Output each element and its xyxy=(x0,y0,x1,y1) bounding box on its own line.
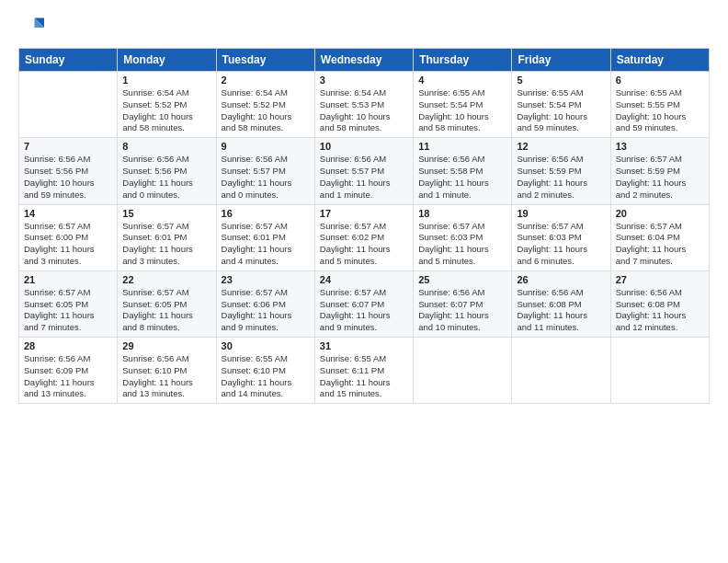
day-number: 17 xyxy=(320,208,408,219)
page: SundayMondayTuesdayWednesdayThursdayFrid… xyxy=(0,0,728,563)
calendar-cell: 15Sunrise: 6:57 AMSunset: 6:01 PMDayligh… xyxy=(118,204,216,270)
calendar-cell: 4Sunrise: 6:55 AMSunset: 5:54 PMDaylight… xyxy=(414,72,512,138)
day-number: 28 xyxy=(24,340,112,351)
calendar-cell: 7Sunrise: 6:56 AMSunset: 5:56 PMDaylight… xyxy=(19,138,118,204)
day-number: 23 xyxy=(222,274,310,285)
calendar-cell: 29Sunrise: 6:56 AMSunset: 6:10 PMDayligh… xyxy=(118,338,216,404)
calendar-header-row: SundayMondayTuesdayWednesdayThursdayFrid… xyxy=(19,49,710,72)
day-info: Sunrise: 6:56 AMSunset: 5:57 PMDaylight:… xyxy=(222,154,310,201)
day-info: Sunrise: 6:54 AMSunset: 5:52 PMDaylight:… xyxy=(222,87,310,134)
weekday-header: Friday xyxy=(512,49,610,72)
calendar-cell xyxy=(414,338,512,404)
day-info: Sunrise: 6:54 AMSunset: 5:52 PMDaylight:… xyxy=(122,87,210,134)
day-info: Sunrise: 6:56 AMSunset: 5:57 PMDaylight:… xyxy=(320,154,408,201)
day-number: 8 xyxy=(122,141,210,152)
calendar-cell: 5Sunrise: 6:55 AMSunset: 5:54 PMDaylight… xyxy=(512,72,610,138)
calendar-cell xyxy=(19,72,118,138)
day-number: 6 xyxy=(616,75,704,86)
day-info: Sunrise: 6:57 AMSunset: 6:04 PMDaylight:… xyxy=(616,221,704,268)
calendar-cell: 12Sunrise: 6:56 AMSunset: 5:59 PMDayligh… xyxy=(512,138,610,204)
weekday-header: Saturday xyxy=(610,49,709,72)
day-info: Sunrise: 6:56 AMSunset: 6:10 PMDaylight:… xyxy=(122,353,210,400)
calendar-cell: 27Sunrise: 6:56 AMSunset: 6:08 PMDayligh… xyxy=(610,270,709,337)
calendar-cell: 2Sunrise: 6:54 AMSunset: 5:52 PMDaylight… xyxy=(216,72,314,138)
day-number: 24 xyxy=(320,274,408,285)
day-number: 29 xyxy=(122,340,210,351)
day-number: 5 xyxy=(517,75,605,86)
calendar-cell: 1Sunrise: 6:54 AMSunset: 5:52 PMDaylight… xyxy=(118,72,216,138)
day-info: Sunrise: 6:55 AMSunset: 5:55 PMDaylight:… xyxy=(616,87,704,134)
day-info: Sunrise: 6:57 AMSunset: 6:02 PMDaylight:… xyxy=(320,221,408,268)
day-info: Sunrise: 6:57 AMSunset: 6:06 PMDaylight:… xyxy=(222,287,310,334)
day-number: 25 xyxy=(418,274,506,285)
day-number: 21 xyxy=(24,274,112,285)
calendar-cell: 14Sunrise: 6:57 AMSunset: 6:00 PMDayligh… xyxy=(19,204,118,270)
day-number: 30 xyxy=(222,340,310,351)
day-number: 18 xyxy=(418,208,506,219)
weekday-header: Monday xyxy=(118,49,216,72)
weekday-header: Wednesday xyxy=(314,49,413,72)
calendar-week-row: 7Sunrise: 6:56 AMSunset: 5:56 PMDaylight… xyxy=(19,138,710,204)
calendar-cell: 30Sunrise: 6:55 AMSunset: 6:10 PMDayligh… xyxy=(216,338,314,404)
day-number: 1 xyxy=(122,75,210,86)
calendar-cell: 17Sunrise: 6:57 AMSunset: 6:02 PMDayligh… xyxy=(314,204,413,270)
day-number: 4 xyxy=(418,75,506,86)
day-number: 20 xyxy=(616,208,704,219)
calendar-cell: 8Sunrise: 6:56 AMSunset: 5:56 PMDaylight… xyxy=(118,138,216,204)
calendar-cell: 20Sunrise: 6:57 AMSunset: 6:04 PMDayligh… xyxy=(610,204,709,270)
calendar-table: SundayMondayTuesdayWednesdayThursdayFrid… xyxy=(18,48,710,404)
day-number: 13 xyxy=(616,141,704,152)
day-info: Sunrise: 6:54 AMSunset: 5:53 PMDaylight:… xyxy=(320,87,408,134)
calendar-cell: 25Sunrise: 6:56 AMSunset: 6:07 PMDayligh… xyxy=(414,270,512,337)
day-info: Sunrise: 6:56 AMSunset: 5:56 PMDaylight:… xyxy=(24,154,112,201)
day-info: Sunrise: 6:56 AMSunset: 6:09 PMDaylight:… xyxy=(24,353,112,400)
day-info: Sunrise: 6:57 AMSunset: 5:59 PMDaylight:… xyxy=(616,154,704,201)
calendar-cell: 9Sunrise: 6:56 AMSunset: 5:57 PMDaylight… xyxy=(216,138,314,204)
day-info: Sunrise: 6:56 AMSunset: 6:08 PMDaylight:… xyxy=(616,287,704,334)
day-info: Sunrise: 6:57 AMSunset: 6:07 PMDaylight:… xyxy=(320,287,408,334)
day-info: Sunrise: 6:56 AMSunset: 5:59 PMDaylight:… xyxy=(517,154,605,201)
day-number: 2 xyxy=(222,75,310,86)
day-number: 9 xyxy=(222,141,310,152)
day-info: Sunrise: 6:57 AMSunset: 6:00 PMDaylight:… xyxy=(24,221,112,268)
weekday-header: Thursday xyxy=(414,49,512,72)
day-info: Sunrise: 6:56 AMSunset: 6:08 PMDaylight:… xyxy=(517,287,605,334)
day-number: 19 xyxy=(517,208,605,219)
calendar-cell: 28Sunrise: 6:56 AMSunset: 6:09 PMDayligh… xyxy=(19,338,118,404)
calendar-cell xyxy=(512,338,610,404)
calendar-cell: 11Sunrise: 6:56 AMSunset: 5:58 PMDayligh… xyxy=(414,138,512,204)
calendar-cell: 31Sunrise: 6:55 AMSunset: 6:11 PMDayligh… xyxy=(314,338,413,404)
day-info: Sunrise: 6:55 AMSunset: 6:11 PMDaylight:… xyxy=(320,353,408,400)
calendar-cell: 16Sunrise: 6:57 AMSunset: 6:01 PMDayligh… xyxy=(216,204,314,270)
header xyxy=(18,15,710,40)
day-number: 14 xyxy=(24,208,112,219)
calendar-cell: 19Sunrise: 6:57 AMSunset: 6:03 PMDayligh… xyxy=(512,204,610,270)
calendar-cell: 23Sunrise: 6:57 AMSunset: 6:06 PMDayligh… xyxy=(216,270,314,337)
day-info: Sunrise: 6:57 AMSunset: 6:05 PMDaylight:… xyxy=(24,287,112,334)
day-number: 31 xyxy=(320,340,408,351)
day-info: Sunrise: 6:56 AMSunset: 6:07 PMDaylight:… xyxy=(418,287,506,334)
day-number: 3 xyxy=(320,75,408,86)
day-info: Sunrise: 6:56 AMSunset: 5:56 PMDaylight:… xyxy=(122,154,210,201)
day-number: 7 xyxy=(24,141,112,152)
day-number: 16 xyxy=(222,208,310,219)
calendar-cell: 21Sunrise: 6:57 AMSunset: 6:05 PMDayligh… xyxy=(19,270,118,337)
day-info: Sunrise: 6:55 AMSunset: 5:54 PMDaylight:… xyxy=(418,87,506,134)
day-info: Sunrise: 6:56 AMSunset: 5:58 PMDaylight:… xyxy=(418,154,506,201)
day-info: Sunrise: 6:57 AMSunset: 6:03 PMDaylight:… xyxy=(418,221,506,268)
day-number: 27 xyxy=(616,274,704,285)
calendar-cell: 22Sunrise: 6:57 AMSunset: 6:05 PMDayligh… xyxy=(118,270,216,337)
day-info: Sunrise: 6:55 AMSunset: 5:54 PMDaylight:… xyxy=(517,87,605,134)
calendar-cell: 24Sunrise: 6:57 AMSunset: 6:07 PMDayligh… xyxy=(314,270,413,337)
calendar-cell: 18Sunrise: 6:57 AMSunset: 6:03 PMDayligh… xyxy=(414,204,512,270)
day-number: 15 xyxy=(122,208,210,219)
weekday-header: Sunday xyxy=(19,49,118,72)
day-info: Sunrise: 6:55 AMSunset: 6:10 PMDaylight:… xyxy=(222,353,310,400)
day-info: Sunrise: 6:57 AMSunset: 6:05 PMDaylight:… xyxy=(122,287,210,334)
calendar-cell xyxy=(610,338,709,404)
day-number: 22 xyxy=(122,274,210,285)
day-number: 11 xyxy=(418,141,506,152)
day-number: 12 xyxy=(517,141,605,152)
calendar-cell: 6Sunrise: 6:55 AMSunset: 5:55 PMDaylight… xyxy=(610,72,709,138)
calendar-week-row: 21Sunrise: 6:57 AMSunset: 6:05 PMDayligh… xyxy=(19,270,710,337)
